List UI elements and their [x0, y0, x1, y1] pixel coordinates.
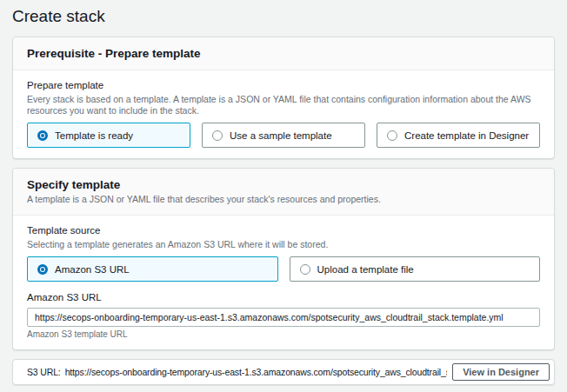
prepare-template-description: Every stack is based on a template. A te…: [27, 94, 540, 116]
radio-tile-use-sample-template[interactable]: Use a sample template: [202, 123, 365, 148]
amazon-s3-url-group: Amazon S3 URL Amazon S3 template URL: [27, 292, 540, 339]
s3-url-footer-bar: S3 URL:https://secops-onboarding-tempora…: [12, 359, 555, 385]
template-source-description: Selecting a template generates an Amazon…: [27, 239, 540, 250]
s3-url-value: https://secops-onboarding-temporary-us-e…: [65, 367, 448, 377]
prerequisite-card: Prerequisite - Prepare template Prepare …: [12, 37, 555, 159]
radio-selected-icon[interactable]: [37, 264, 48, 275]
prepare-template-options: Template is ready Use a sample template …: [27, 123, 540, 148]
specify-template-title: Specify template: [27, 178, 540, 191]
template-source-label: Template source: [27, 225, 540, 237]
s3-url-prefix-label: S3 URL:: [27, 367, 61, 377]
view-in-designer-button[interactable]: View in Designer: [452, 363, 550, 381]
prerequisite-card-header: Prerequisite - Prepare template: [13, 37, 554, 70]
radio-unselected-icon[interactable]: [212, 130, 223, 141]
page-title: Create stack: [12, 7, 555, 26]
prepare-template-label: Prepare template: [27, 80, 540, 92]
radio-selected-icon[interactable]: [37, 130, 48, 141]
specify-template-subtitle: A template is a JSON or YAML file that d…: [27, 194, 540, 205]
s3-url-line: S3 URL:https://secops-onboarding-tempora…: [27, 367, 447, 377]
prerequisite-card-body: Prepare template Every stack is based on…: [13, 70, 554, 158]
radio-tile-label: Amazon S3 URL: [55, 264, 130, 275]
radio-tile-label: Upload a template file: [317, 264, 414, 275]
amazon-s3-url-label: Amazon S3 URL: [27, 292, 540, 304]
radio-tile-label: Use a sample template: [230, 130, 332, 141]
radio-tile-upload-template-file[interactable]: Upload a template file: [290, 256, 541, 282]
specify-template-card: Specify template A template is a JSON or…: [12, 168, 555, 350]
template-source-options: Amazon S3 URL Upload a template file: [27, 256, 540, 282]
specify-template-card-body: Template source Selecting a template gen…: [13, 216, 554, 349]
amazon-s3-url-helper: Amazon S3 template URL: [27, 329, 540, 339]
radio-tile-label: Create template in Designer: [404, 130, 529, 141]
specify-template-card-header: Specify template A template is a JSON or…: [13, 169, 554, 216]
prerequisite-card-title: Prerequisite - Prepare template: [27, 47, 540, 60]
radio-unselected-icon[interactable]: [387, 130, 397, 141]
radio-tile-label: Template is ready: [55, 130, 133, 141]
radio-unselected-icon[interactable]: [300, 264, 310, 275]
create-stack-page: Create stack Prerequisite - Prepare temp…: [0, 0, 567, 392]
radio-tile-template-is-ready[interactable]: Template is ready: [27, 123, 190, 148]
amazon-s3-url-input[interactable]: [27, 308, 540, 327]
radio-tile-amazon-s3-url[interactable]: Amazon S3 URL: [27, 256, 278, 282]
radio-tile-create-template-designer[interactable]: Create template in Designer: [377, 123, 540, 148]
